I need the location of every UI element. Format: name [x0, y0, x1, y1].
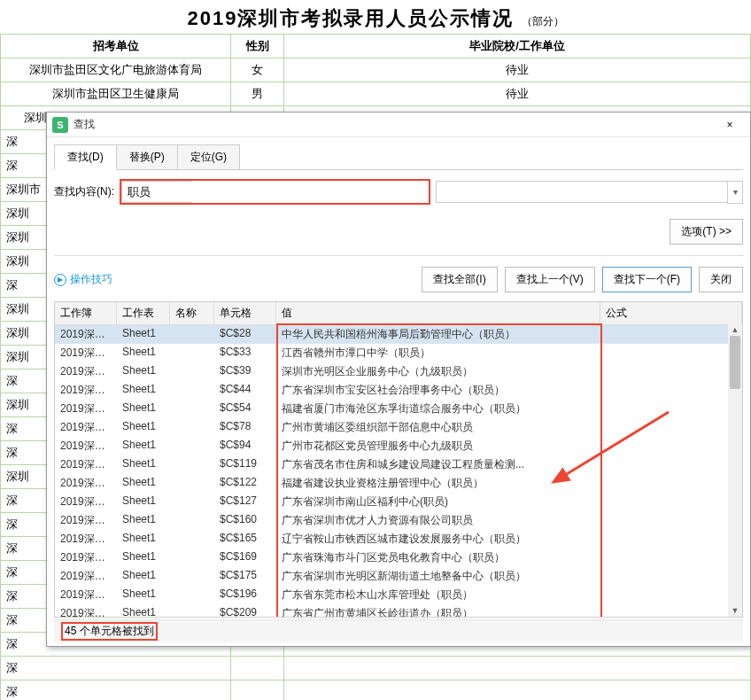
cell-formula — [600, 604, 742, 617]
cell-gender[interactable]: 女 — [231, 58, 284, 82]
cell-worksheet: Sheet1 — [117, 511, 170, 530]
results-panel: 工作簿 工作表 名称 单元格 值 公式 2019深圳...Sheet1$C$28… — [54, 301, 743, 618]
tips-link[interactable]: ▶ 操作技巧 — [54, 272, 112, 287]
find-all-button[interactable]: 查找全部(I) — [422, 267, 497, 292]
result-row[interactable]: 2019深圳...Sheet1$C$165辽宁省鞍山市铁西区城市建设发展服务中心… — [55, 530, 742, 548]
cell-gender[interactable] — [231, 681, 284, 701]
hdr-value[interactable]: 值 — [276, 302, 600, 324]
table-row[interactable]: 深 — [1, 681, 751, 701]
cell-value: 广东省深圳市宝安区社会治理事务中心（职员） — [276, 381, 600, 400]
cell-worksheet: Sheet1 — [117, 530, 170, 548]
result-row[interactable]: 2019深圳...Sheet1$C$127广东省深圳市南山区福利中心(职员) — [55, 493, 742, 511]
result-row[interactable]: 2019深圳...Sheet1$C$160广东省深圳市优才人力资源有限公司职员 — [55, 511, 742, 530]
result-row[interactable]: 2019深圳...Sheet1$C$39深圳市光明区企业服务中心（九级职员） — [55, 362, 742, 381]
scroll-up-icon[interactable]: ▲ — [728, 323, 742, 336]
cell-address: $C$78 — [214, 418, 276, 437]
dialog-titlebar[interactable]: S 查找 × — [47, 113, 750, 137]
cell-unit[interactable]: 深圳市盐田区卫生健康局 — [1, 82, 231, 106]
cell-workbook: 2019深圳... — [55, 381, 117, 400]
cell-formula — [600, 474, 742, 493]
options-button[interactable]: 选项(T) >> — [670, 219, 743, 245]
result-row[interactable]: 2019深圳...Sheet1$C$119广东省茂名市住房和城乡建设局建设工程质… — [55, 455, 742, 474]
result-row[interactable]: 2019深圳...Sheet1$C$175广东省深圳市光明区新湖街道土地整备中心… — [55, 567, 742, 586]
cell-school[interactable] — [284, 657, 751, 681]
cell-formula — [600, 344, 742, 362]
cell-gender[interactable]: 男 — [231, 82, 284, 106]
table-row[interactable]: 深圳市盐田区卫生健康局男待业 — [1, 82, 751, 106]
cell-school[interactable] — [284, 681, 751, 701]
app-icon: S — [52, 117, 68, 133]
hdr-formula[interactable]: 公式 — [600, 302, 742, 324]
cell-unit[interactable]: 深 — [1, 657, 231, 681]
result-row[interactable]: 2019深圳...Sheet1$C$78广州市黄埔区委组织部干部信息中心职员 — [55, 418, 742, 437]
cell-value: 广州市花都区党员管理服务中心九级职员 — [276, 437, 600, 455]
hdr-worksheet[interactable]: 工作表 — [117, 302, 170, 324]
scrollbar[interactable]: ▲ ▼ — [728, 323, 742, 617]
results-status: 45 个单元格被找到 — [54, 619, 743, 642]
cell-name — [170, 418, 214, 437]
result-row[interactable]: 2019深圳...Sheet1$C$122福建省建设执业资格注册管理中心（职员） — [55, 474, 742, 493]
cell-worksheet: Sheet1 — [117, 344, 170, 362]
result-row[interactable]: 2019深圳...Sheet1$C$33江西省赣州市潭口中学（职员） — [55, 344, 742, 362]
cell-unit[interactable]: 深 — [1, 681, 231, 701]
cell-address: $C$54 — [214, 400, 276, 418]
cell-name — [170, 325, 214, 344]
cell-address: $C$127 — [214, 493, 276, 511]
result-row[interactable]: 2019深圳...Sheet1$C$54福建省厦门市海沧区东孚街道综合服务中心（… — [55, 400, 742, 418]
cell-value: 广东省茂名市住房和城乡建设局建设工程质量检测... — [276, 455, 600, 474]
find-next-button[interactable]: 查找下一个(F) — [602, 267, 692, 292]
scroll-down-icon[interactable]: ▼ — [728, 604, 742, 617]
cell-name — [170, 381, 214, 400]
scroll-thumb[interactable] — [730, 336, 740, 389]
table-row[interactable]: 深圳市盐田区文化广电旅游体育局女待业 — [1, 58, 751, 82]
hdr-workbook[interactable]: 工作簿 — [55, 302, 117, 324]
cell-workbook: 2019深圳... — [55, 511, 117, 530]
result-row[interactable]: 2019深圳...Sheet1$C$196广东省东莞市松木山水库管理处（职员） — [55, 586, 742, 604]
cell-name — [170, 548, 214, 567]
table-row[interactable]: 深 — [1, 657, 751, 681]
cell-value: 中华人民共和国梧州海事局后勤管理中心（职员） — [276, 325, 600, 344]
results-body[interactable]: 2019深圳...Sheet1$C$28中华人民共和国梧州海事局后勤管理中心（职… — [55, 325, 742, 617]
cell-address: $C$169 — [214, 548, 276, 567]
cell-name — [170, 493, 214, 511]
cell-address: $C$94 — [214, 437, 276, 455]
find-prev-button[interactable]: 查找上一个(V) — [505, 267, 595, 292]
cell-gender[interactable] — [231, 657, 284, 681]
result-row[interactable]: 2019深圳...Sheet1$C$209广东省广州市黄埔区长岭街道办（职员） — [55, 604, 742, 617]
result-row[interactable]: 2019深圳...Sheet1$C$28中华人民共和国梧州海事局后勤管理中心（职… — [55, 325, 742, 344]
result-row[interactable]: 2019深圳...Sheet1$C$169广东省珠海市斗门区党员电化教育中心（职… — [55, 548, 742, 567]
cell-address: $C$33 — [214, 344, 276, 362]
cell-workbook: 2019深圳... — [55, 474, 117, 493]
close-button[interactable]: × — [715, 115, 745, 135]
cell-worksheet: Sheet1 — [117, 455, 170, 474]
result-row[interactable]: 2019深圳...Sheet1$C$44广东省深圳市宝安区社会治理事务中心（职员… — [55, 381, 742, 400]
dropdown-icon[interactable]: ▾ — [727, 181, 743, 204]
cell-school[interactable]: 待业 — [284, 82, 751, 106]
close-dialog-button[interactable]: 关闭 — [699, 267, 743, 292]
search-input-ext[interactable] — [436, 181, 727, 203]
cell-school[interactable]: 待业 — [284, 58, 751, 82]
dialog-title: 查找 — [74, 117, 715, 132]
search-input[interactable] — [121, 181, 192, 203]
hdr-cell[interactable]: 单元格 — [214, 302, 276, 324]
search-input-rest: ▾ — [436, 181, 743, 204]
cell-workbook: 2019深圳... — [55, 362, 117, 381]
cell-address: $C$28 — [214, 325, 276, 344]
tab-replace[interactable]: 替换(P) — [116, 144, 178, 170]
cell-worksheet: Sheet1 — [117, 474, 170, 493]
result-row[interactable]: 2019深圳...Sheet1$C$94广州市花都区党员管理服务中心九级职员 — [55, 437, 742, 455]
cell-address: $C$122 — [214, 474, 276, 493]
cell-name — [170, 474, 214, 493]
tab-goto[interactable]: 定位(G) — [177, 144, 240, 170]
cell-formula — [600, 400, 742, 418]
search-label: 查找内容(N): — [54, 184, 114, 199]
cell-unit[interactable]: 深圳市盐田区文化广电旅游体育局 — [1, 58, 231, 82]
cell-workbook: 2019深圳... — [55, 437, 117, 455]
cell-formula — [600, 437, 742, 455]
cell-name — [170, 400, 214, 418]
title-main: 2019深圳市考拟录用人员公示情况 — [187, 7, 514, 29]
cell-name — [170, 530, 214, 548]
tab-find[interactable]: 查找(D) — [54, 144, 117, 170]
cell-formula — [600, 530, 742, 548]
hdr-name[interactable]: 名称 — [170, 302, 214, 324]
